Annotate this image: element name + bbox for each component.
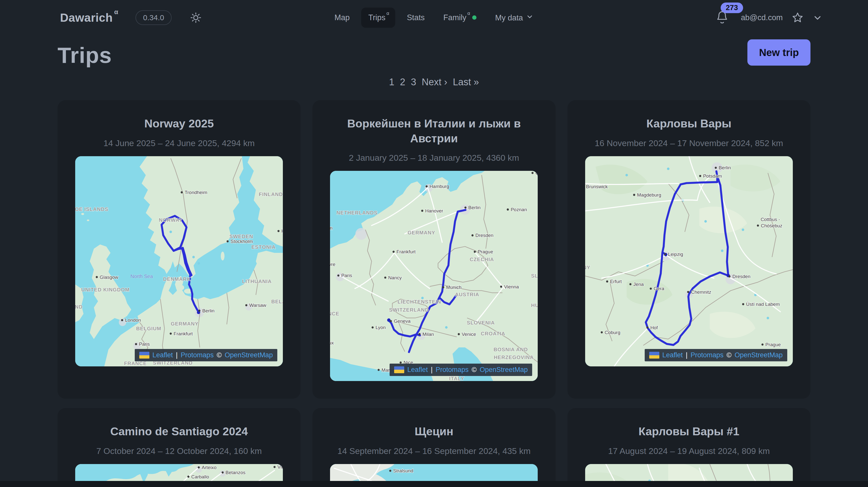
svg-text:Hamburg: Hamburg: [430, 184, 450, 189]
account-menu-toggle[interactable]: [812, 12, 823, 23]
chevron-down-icon: [812, 12, 823, 23]
pagination-link[interactable]: 1: [389, 77, 394, 87]
leaflet-attribution-link[interactable]: Leaflet: [662, 351, 683, 359]
svg-text:Warsaw: Warsaw: [249, 303, 267, 308]
openstreetmap-attribution-link[interactable]: OpenStreetMap: [225, 351, 273, 359]
nav-item-family[interactable]: Familyα: [436, 7, 484, 28]
leaflet-attribution-link[interactable]: Leaflet: [407, 366, 428, 374]
nav-item-my-data[interactable]: My data: [488, 7, 540, 28]
map-country-label: BELGIUM: [136, 326, 161, 331]
app-logo[interactable]: Dawarichα: [60, 11, 117, 25]
map-city-label: Magdeburg: [633, 192, 661, 197]
nav-item-stats[interactable]: Stats: [400, 7, 432, 28]
trip-card[interactable]: Щецин14 September 2024 – 16 September 20…: [312, 408, 555, 487]
svg-text:Prague: Prague: [478, 249, 493, 254]
star-icon: [791, 11, 804, 24]
svg-text:Trondheim: Trondheim: [185, 189, 208, 195]
protomaps-attribution-link[interactable]: Protomaps: [691, 351, 724, 359]
trip-map[interactable]: FAROE ISLANDSTrondheimFINLANDNORWAYSWEDE…: [75, 156, 283, 366]
map-country-label: GERMANY: [408, 230, 435, 235]
openstreetmap-attribution-link[interactable]: OpenStreetMap: [480, 366, 528, 374]
svg-text:Vienna: Vienna: [504, 284, 519, 290]
footer-strip: [0, 481, 868, 487]
map-country-label: BELARUS: [271, 299, 283, 304]
ukraine-flag-icon: [649, 352, 659, 359]
map-city-label: Chóśebuz: [757, 223, 782, 228]
pagination-link[interactable]: 3: [411, 77, 416, 87]
pagination-link[interactable]: Next ›: [422, 77, 447, 87]
map-country-label: FAROE ISLANDS: [75, 206, 108, 212]
map-city-label: Trondheim: [181, 189, 207, 195]
protomaps-attribution-link[interactable]: Protomaps: [181, 351, 214, 359]
svg-text:CZECHIA: CZECHIA: [470, 256, 494, 262]
alpha-superscript: α: [386, 10, 389, 16]
map-city-label: Bordeaux: [330, 340, 334, 345]
trip-card[interactable]: Карловы Вары16 November 2024 – 17 Novemb…: [567, 100, 810, 399]
svg-text:Frankfurt: Frankfurt: [174, 331, 193, 336]
map-attribution: Leaflet|Protomaps©OpenStreetMap: [390, 364, 532, 376]
map-country-label: SWEDEN: [229, 234, 253, 239]
trip-card[interactable]: Воркейшен в Италии и лыжи в Австрии2 Jan…: [312, 100, 555, 399]
new-trip-button[interactable]: New trip: [747, 39, 810, 66]
navbar-right: 273 ab@cd.com: [716, 10, 823, 25]
svg-text:Betanzos: Betanzos: [225, 469, 246, 475]
svg-text:Milan: Milan: [423, 332, 434, 337]
svg-text:Potsdam: Potsdam: [703, 173, 722, 178]
svg-text:Helsinki: Helsinki: [281, 229, 283, 234]
page-header: Trips New trip: [0, 35, 868, 68]
svg-text:Stockholm: Stockholm: [230, 239, 253, 244]
svg-text:Leipzig: Leipzig: [668, 251, 683, 256]
map-attribution: Leaflet|Protomaps©OpenStreetMap: [135, 349, 277, 361]
theme-toggle-button[interactable]: [190, 11, 202, 24]
map-country-label: IRELAND: [75, 304, 83, 309]
svg-text:HUNGARY: HUNGARY: [531, 303, 538, 308]
svg-text:Bordeaux: Bordeaux: [330, 340, 334, 345]
trip-title: Camino de Santiago 2024: [110, 424, 248, 439]
trip-card[interactable]: Camino de Santiago 20247 October 2024 – …: [58, 408, 301, 487]
svg-text:Paris: Paris: [139, 341, 150, 347]
svg-text:Chóśebuz: Chóśebuz: [761, 223, 782, 228]
account-email[interactable]: ab@cd.com: [741, 13, 783, 22]
leaflet-attribution-link[interactable]: Leaflet: [152, 351, 173, 359]
app-logo-text: Dawarich: [60, 11, 113, 24]
nav-item-trips[interactable]: Tripsα: [361, 7, 395, 28]
svg-text:Munich: Munich: [446, 285, 462, 290]
trip-map[interactable]: BerlinPotsdamBrunswickMagdeburgCottbus -…: [585, 156, 793, 366]
svg-text:Hanover: Hanover: [425, 208, 443, 213]
online-status-dot: [472, 16, 476, 20]
nav-item-map[interactable]: Map: [327, 7, 356, 28]
protomaps-attribution-link[interactable]: Protomaps: [435, 366, 469, 374]
map-city-label: London: [330, 225, 333, 231]
alpha-superscript: α: [114, 8, 118, 16]
svg-text:Chemnitz: Chemnitz: [691, 289, 711, 295]
svg-text:Brunswick: Brunswick: [586, 184, 608, 189]
trip-map[interactable]: GdanskHamburgNETHERLANDSHanoverBerlinPoz…: [330, 171, 538, 381]
attribution-copyright: ©: [217, 351, 222, 359]
map-country-label: CROATIA: [481, 331, 505, 336]
svg-text:SLOVENIA: SLOVENIA: [467, 320, 495, 326]
trip-card[interactable]: Карловы Вары #117 August 2024 – 19 Augus…: [567, 408, 810, 487]
pagination-link[interactable]: Last »: [453, 77, 479, 87]
map-country-label: LITHUANIA: [242, 279, 272, 284]
svg-text:FINLAND: FINLAND: [259, 191, 283, 197]
svg-text:UNITED KINGDOM: UNITED KINGDOM: [81, 287, 130, 292]
openstreetmap-attribution-link[interactable]: OpenStreetMap: [735, 351, 783, 359]
map-country-label: UNITED KINGDOM: [81, 287, 130, 292]
attribution-separator: |: [431, 366, 433, 374]
svg-text:Jena: Jena: [633, 281, 644, 287]
svg-text:Hof: Hof: [650, 325, 658, 330]
version-badge: 0.34.0: [135, 10, 172, 25]
favorites-button[interactable]: [791, 11, 804, 24]
map-country-label: HUNGARY: [531, 303, 538, 308]
trip-card[interactable]: Norway 202514 June 2025 – 24 June 2025, …: [58, 100, 301, 399]
ukraine-flag-icon: [394, 366, 404, 373]
svg-text:BOSNIA AND: BOSNIA AND: [494, 347, 528, 352]
svg-text:NETHERLANDS: NETHERLANDS: [337, 210, 378, 215]
pagination-link[interactable]: 2: [400, 77, 405, 87]
notifications-button[interactable]: 273: [716, 10, 729, 25]
svg-text:Poznan: Poznan: [511, 207, 527, 212]
svg-text:Gdansk: Gdansk: [535, 171, 538, 176]
svg-text:Nancy: Nancy: [388, 275, 402, 280]
trip-dates: 14 June 2025 – 24 June 2025, 4294 km: [103, 138, 255, 148]
attribution-separator: |: [176, 351, 178, 359]
